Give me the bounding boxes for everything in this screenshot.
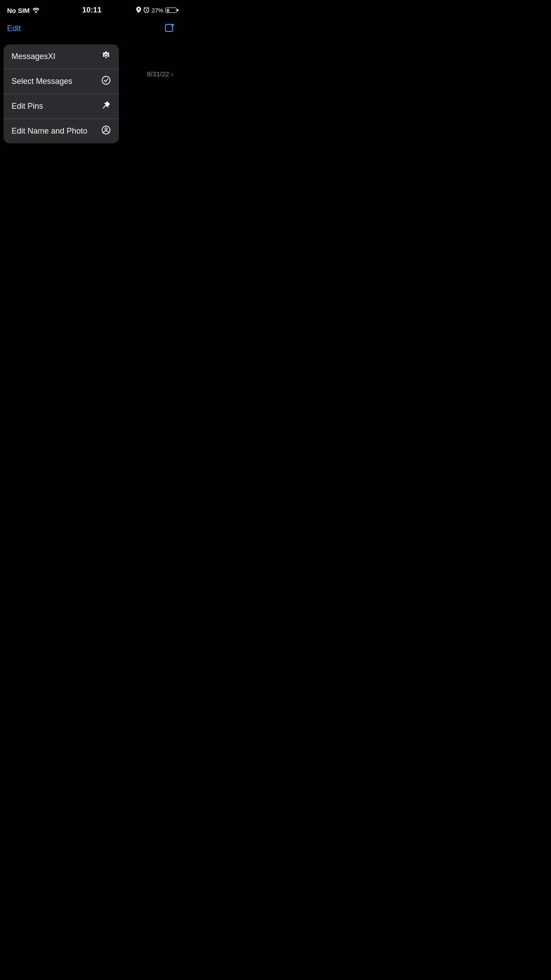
status-left: No SIM bbox=[7, 7, 39, 14]
status-right: 27% bbox=[136, 7, 177, 14]
alarm-icon bbox=[143, 7, 150, 14]
menu-item-select-messages[interactable]: Select Messages bbox=[4, 69, 119, 94]
svg-point-4 bbox=[105, 128, 107, 130]
wifi-icon bbox=[32, 7, 39, 14]
checkmark-circle-icon bbox=[101, 75, 111, 87]
menu-item-select-messages-label: Select Messages bbox=[12, 77, 72, 86]
bg-chevron-icon: › bbox=[171, 71, 173, 78]
menu-item-edit-name-photo[interactable]: Edit Name and Photo bbox=[4, 119, 119, 143]
carrier-label: No SIM bbox=[7, 7, 30, 14]
menu-item-messagesxi-label: MessagesXI bbox=[12, 52, 55, 61]
battery-percent: 27% bbox=[152, 7, 163, 14]
compose-button[interactable] bbox=[162, 21, 177, 36]
menu-item-edit-pins[interactable]: Edit Pins bbox=[4, 94, 119, 119]
dropdown-menu: MessagesXI Select Messages Edit Pins bbox=[4, 44, 119, 143]
edit-button[interactable]: Edit bbox=[7, 24, 21, 33]
status-time: 10:11 bbox=[82, 6, 101, 15]
svg-point-2 bbox=[102, 76, 110, 84]
menu-item-edit-pins-label: Edit Pins bbox=[12, 102, 43, 111]
battery-icon bbox=[165, 8, 177, 13]
status-bar: No SIM 10:11 27% bbox=[0, 0, 184, 20]
menu-item-messagesxi[interactable]: MessagesXI bbox=[4, 44, 119, 69]
location-icon bbox=[136, 7, 141, 14]
bg-date: 8/31/22 bbox=[147, 70, 169, 78]
svg-rect-1 bbox=[165, 24, 173, 32]
pin-icon bbox=[101, 100, 111, 112]
nav-bar: Edit bbox=[0, 20, 184, 39]
menu-item-edit-name-photo-label: Edit Name and Photo bbox=[12, 126, 87, 136]
gear-icon bbox=[101, 51, 111, 63]
person-circle-icon bbox=[101, 125, 111, 137]
